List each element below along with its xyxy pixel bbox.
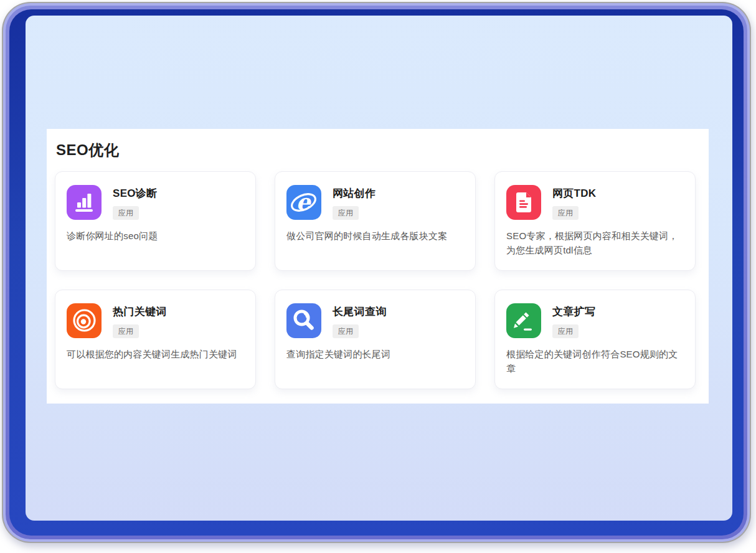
app-card-website-creation[interactable]: e 网站创作 应用 做公司官网的时候自动生成各版块文案 xyxy=(275,171,476,271)
ie-browser-icon: e xyxy=(286,185,321,220)
device-frame-outline: SEO优化 xyxy=(2,2,751,543)
card-header: 长尾词查询 应用 xyxy=(275,290,475,338)
card-description: 根据给定的关键词创作符合SEO规则的文章 xyxy=(495,347,695,376)
device-frame-navy-ring: SEO优化 xyxy=(9,9,744,536)
card-header: 热门关键词 应用 xyxy=(55,290,255,338)
app-background: SEO优化 xyxy=(26,16,732,521)
card-title: SEO诊断 xyxy=(113,186,157,201)
card-description: SEO专家，根据网页内容和相关关键词，为您生成网页tdl信息 xyxy=(495,229,695,257)
card-header: e 网站创作 应用 xyxy=(275,172,475,220)
app-card-webpage-tdk[interactable]: 网页TDK 应用 SEO专家，根据网页内容和相关关键词，为您生成网页tdl信息 xyxy=(494,171,696,271)
app-card-article-expansion[interactable]: 文章扩写 应用 根据给定的关键词创作符合SEO规则的文章 xyxy=(494,290,696,389)
target-icon xyxy=(67,303,102,338)
card-header: 网页TDK 应用 xyxy=(495,172,695,220)
card-description: 查询指定关键词的长尾词 xyxy=(275,347,475,362)
card-type-badge: 应用 xyxy=(333,324,359,338)
document-icon xyxy=(506,185,541,220)
card-title: 长尾词查询 xyxy=(333,305,387,319)
card-type-badge: 应用 xyxy=(552,324,579,338)
card-title: 热门关键词 xyxy=(113,305,167,319)
card-title: 网页TDK xyxy=(552,186,596,201)
app-card-longtail-query[interactable]: 长尾词查询 应用 查询指定关键词的长尾词 xyxy=(275,290,476,389)
card-header: 文章扩写 应用 xyxy=(495,290,695,338)
app-card-grid: SEO诊断 应用 诊断你网址的seo问题 xyxy=(55,171,696,389)
card-description: 诊断你网址的seo问题 xyxy=(55,229,255,243)
card-title: 网站创作 xyxy=(333,186,376,201)
card-type-badge: 应用 xyxy=(113,324,139,338)
pencil-icon xyxy=(506,303,541,338)
app-card-hot-keywords[interactable]: 热门关键词 应用 可以根据您的内容关键词生成热门关键词 xyxy=(55,290,256,389)
card-type-badge: 应用 xyxy=(333,206,359,220)
device-frame-lavender-ring: SEO优化 xyxy=(3,3,750,542)
card-type-badge: 应用 xyxy=(552,206,579,220)
device-frame-purple-ring: SEO优化 xyxy=(6,6,747,539)
card-title: 文章扩写 xyxy=(552,305,595,319)
card-header: SEO诊断 应用 xyxy=(55,172,255,220)
seo-tools-panel: SEO优化 xyxy=(47,129,709,404)
search-icon xyxy=(286,303,321,338)
app-card-seo-diagnosis[interactable]: SEO诊断 应用 诊断你网址的seo问题 xyxy=(55,171,256,271)
svg-text:e: e xyxy=(296,189,312,215)
section-title: SEO优化 xyxy=(56,140,119,160)
card-description: 做公司官网的时候自动生成各版块文案 xyxy=(275,229,475,243)
bar-chart-icon xyxy=(67,185,102,220)
page: SEO优化 xyxy=(0,0,756,553)
card-type-badge: 应用 xyxy=(113,206,139,220)
card-description: 可以根据您的内容关键词生成热门关键词 xyxy=(55,347,255,362)
